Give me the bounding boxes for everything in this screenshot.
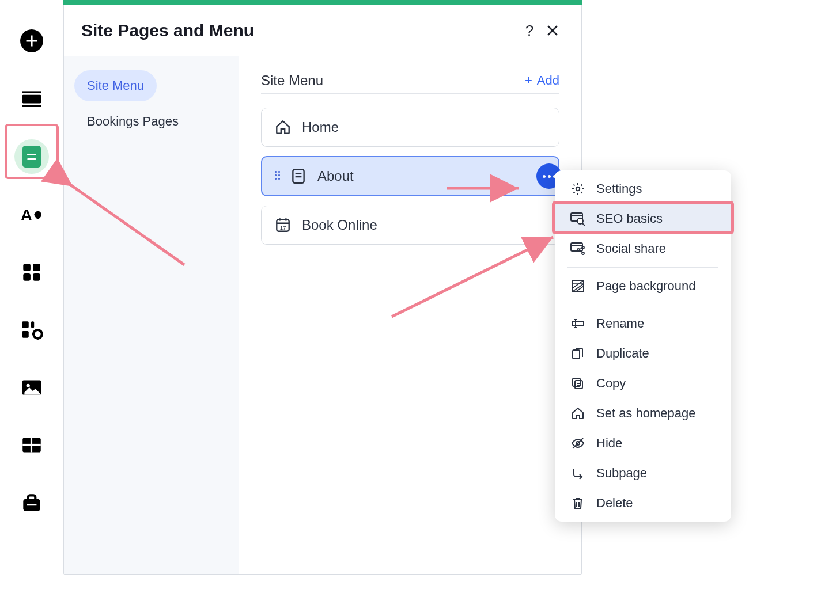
site-pages-panel: Site Pages and Menu ? Site Menu Bookings… — [63, 5, 582, 575]
page-context-menu: Settings SEO basics Social share Page ba… — [555, 170, 731, 522]
menu-label: Settings — [596, 181, 642, 196]
business-icon[interactable] — [20, 490, 44, 515]
apps-icon[interactable] — [20, 260, 44, 284]
page-item-home[interactable]: Home — [261, 108, 559, 147]
menu-label: Copy — [596, 376, 626, 391]
duplicate-icon — [570, 345, 586, 362]
background-icon — [570, 278, 586, 294]
menu-label: Social share — [596, 241, 666, 256]
manage-icon[interactable] — [20, 318, 44, 342]
menu-item-seo-basics[interactable]: SEO basics — [555, 204, 731, 234]
menu-label: Delete — [596, 496, 633, 511]
svg-point-28 — [577, 249, 580, 251]
top-green-bar — [63, 0, 582, 5]
left-nav-site-menu[interactable]: Site Menu — [74, 70, 157, 101]
content-icon[interactable] — [20, 433, 44, 457]
svg-point-24 — [576, 187, 580, 191]
menu-label: Page background — [596, 279, 695, 294]
svg-rect-19 — [28, 495, 36, 500]
svg-rect-9 — [22, 321, 29, 328]
page-label: About — [317, 168, 354, 184]
svg-rect-6 — [33, 264, 40, 271]
svg-rect-1 — [22, 95, 41, 104]
svg-rect-3 — [22, 105, 41, 107]
section-divider — [261, 93, 559, 94]
sections-icon[interactable] — [20, 86, 44, 111]
editor-left-sidebar: A — [0, 0, 63, 616]
svg-rect-32 — [573, 350, 580, 359]
delete-icon — [570, 495, 586, 511]
menu-item-settings[interactable]: Settings — [555, 174, 731, 204]
svg-rect-10 — [22, 331, 29, 338]
add-page-button[interactable]: + Add — [525, 73, 559, 88]
seo-icon — [570, 211, 586, 227]
svg-point-26 — [577, 218, 583, 224]
more-dots-icon — [543, 175, 556, 178]
hide-icon — [570, 435, 586, 451]
add-button-label: Add — [537, 73, 559, 88]
copy-icon — [570, 375, 586, 391]
menu-item-social-share[interactable]: Social share — [555, 234, 731, 264]
drag-handle-icon[interactable] — [275, 171, 283, 181]
social-share-icon — [570, 241, 586, 257]
page-label: Home — [302, 119, 339, 135]
svg-rect-34 — [573, 378, 580, 386]
menu-label: Duplicate — [596, 346, 649, 361]
svg-rect-2 — [22, 91, 41, 93]
svg-rect-8 — [33, 273, 40, 281]
pages-icon[interactable] — [14, 139, 49, 174]
svg-rect-17 — [31, 438, 32, 452]
media-icon[interactable] — [20, 375, 44, 400]
menu-item-duplicate[interactable]: Duplicate — [555, 339, 731, 368]
menu-item-subpage[interactable]: Subpage — [555, 458, 731, 488]
close-icon[interactable] — [541, 19, 564, 42]
theme-icon[interactable]: A — [20, 203, 44, 227]
page-item-about[interactable]: About — [261, 156, 559, 196]
panel-left-nav: Site Menu Bookings Pages — [64, 56, 239, 574]
add-icon[interactable] — [20, 29, 44, 53]
homepage-icon — [570, 405, 586, 421]
plus-icon: + — [525, 73, 532, 88]
calendar-icon: 17 — [274, 216, 292, 234]
menu-label: SEO basics — [596, 211, 663, 226]
svg-text:A: A — [21, 207, 32, 225]
menu-item-delete[interactable]: Delete — [555, 488, 731, 518]
page-icon — [290, 168, 307, 185]
panel-right-content: Site Menu + Add Home About — [239, 56, 581, 574]
panel-title: Site Pages and Menu — [81, 21, 518, 40]
menu-item-set-as-homepage[interactable]: Set as homepage — [555, 398, 731, 428]
menu-separator — [567, 267, 718, 268]
svg-rect-5 — [23, 264, 31, 271]
menu-item-copy[interactable]: Copy — [555, 368, 731, 398]
section-title: Site Menu — [261, 73, 323, 89]
svg-text:17: 17 — [280, 225, 286, 231]
rename-icon — [570, 315, 586, 332]
page-item-book-online[interactable]: 17 Book Online — [261, 206, 559, 245]
page-label: Book Online — [302, 217, 377, 233]
subpage-icon — [570, 465, 586, 481]
svg-rect-7 — [23, 273, 31, 281]
svg-rect-33 — [575, 381, 582, 389]
panel-header: Site Pages and Menu ? — [64, 5, 581, 56]
left-nav-bookings-pages[interactable]: Bookings Pages — [74, 106, 228, 137]
svg-rect-27 — [571, 243, 582, 251]
help-icon[interactable]: ? — [518, 19, 541, 42]
svg-rect-20 — [27, 504, 37, 505]
menu-label: Set as homepage — [596, 406, 695, 421]
menu-label: Rename — [596, 316, 644, 331]
home-icon — [274, 119, 292, 136]
menu-item-page-background[interactable]: Page background — [555, 271, 731, 301]
svg-rect-11 — [31, 321, 34, 328]
menu-separator — [567, 305, 718, 305]
menu-label: Subpage — [596, 466, 647, 481]
svg-point-14 — [27, 384, 30, 387]
menu-label: Hide — [596, 436, 622, 451]
settings-icon — [570, 181, 586, 197]
menu-item-hide[interactable]: Hide — [555, 428, 731, 458]
menu-item-rename[interactable]: Rename — [555, 309, 731, 339]
